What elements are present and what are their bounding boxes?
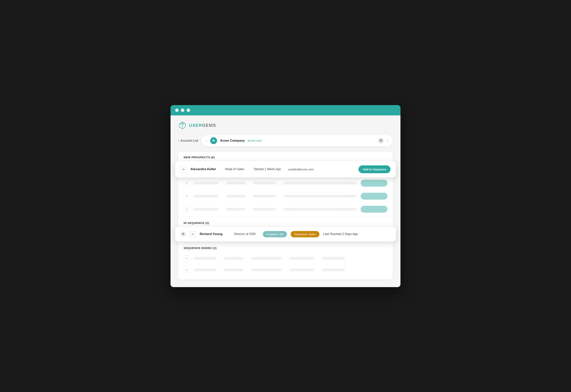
person-name-richard: Richard Young	[200, 232, 230, 236]
blurred-prospect-row-3: in	[178, 203, 393, 216]
blurred-prospect-row-1: in	[178, 177, 393, 190]
section-divider-2	[178, 241, 393, 242]
blurred-ended-row-1: in	[178, 253, 393, 264]
last-touched-richard: Last Touched 2 Days Ago	[323, 232, 358, 236]
sequence-ended-section: SEQUENCE ENDED (2) in in	[178, 242, 393, 280]
nav-next-button[interactable]: ›	[387, 139, 388, 143]
account-url-link[interactable]: acme.com	[248, 139, 262, 142]
new-prospects-section-header: NEW PROSPECTS (6)	[178, 152, 393, 162]
blurred-cta-1	[361, 180, 387, 187]
browser-content: USERGEMS ‹ Account List ‹ A Acme Company…	[171, 115, 400, 287]
browser-window: USERGEMS ‹ Account List ‹ A Acme Company…	[171, 105, 400, 287]
traffic-light-maximize[interactable]	[187, 109, 190, 112]
shield-icon-richard	[180, 231, 186, 237]
logo-area: USERGEMS	[178, 121, 393, 130]
person-email-alexandra: a.keller@acme.com	[288, 168, 355, 171]
logo-user: USER	[189, 123, 202, 128]
person-name-alexandra: Alexandra Keller	[190, 167, 221, 171]
blurred-cta-3	[361, 206, 387, 213]
linkedin-icon-blurred-1: in	[184, 180, 190, 186]
usergems-logo-icon	[178, 121, 187, 130]
browser-titlebar	[171, 105, 400, 115]
nav-prev-button[interactable]: ‹	[206, 139, 207, 143]
account-nav: ‹ A Acme Company acme.com ›	[201, 135, 393, 146]
sequence-ended-section-header: SEQUENCE ENDED (2)	[178, 242, 393, 253]
person-title-richard: Director of SDR	[234, 232, 259, 236]
blurred-prospect-row-2: in	[178, 190, 393, 203]
back-chevron-icon: ‹	[178, 139, 179, 143]
traffic-light-minimize[interactable]	[181, 109, 184, 112]
blurred-ended-row-2: in	[178, 264, 393, 276]
person-timing-alexandra: Started 1 Week Ago	[254, 168, 284, 171]
add-to-sequence-button-alexandra[interactable]: Add to Sequence	[359, 165, 391, 173]
account-name: Acme Company	[220, 139, 245, 143]
sequence-row-richard-young: in Richard Young Director of SDR Progres…	[175, 227, 396, 241]
linkedin-icon-alexandra[interactable]: in	[180, 166, 187, 172]
back-to-account-list[interactable]: ‹ Account List	[178, 139, 198, 143]
traffic-light-close[interactable]	[175, 109, 179, 112]
in-sequence-section-header: IN SEQUENCE (2)	[178, 217, 393, 228]
person-title-alexandra: Head of Sales	[225, 168, 250, 171]
sequence-badge-richard: Sequence: Sales	[291, 231, 319, 237]
main-content-card: NEW PROSPECTS (6) in Alexandra Keller He…	[178, 152, 393, 280]
nav-bar: ‹ Account List ‹ A Acme Company acme.com…	[178, 135, 393, 146]
back-label: Account List	[180, 139, 198, 143]
logo-text: USERGEMS	[189, 123, 216, 128]
progress-badge-richard: Progress: 4/8	[263, 231, 287, 237]
prospect-row-alexandra-keller: in Alexandra Keller Head of Sales Starte…	[175, 161, 396, 177]
linkedin-icon-richard[interactable]: in	[190, 231, 196, 237]
account-avatar: A	[210, 137, 217, 144]
linkedin-icon-ended-2: in	[184, 267, 190, 273]
blurred-cta-2	[361, 193, 387, 200]
linkedin-icon-blurred-3: in	[184, 206, 190, 212]
logo-gems: GEMS	[202, 123, 216, 128]
shield-icon	[378, 138, 384, 144]
linkedin-icon-blurred-2: in	[184, 193, 190, 199]
linkedin-icon-ended-1: in	[184, 255, 190, 262]
section-divider-1	[178, 216, 393, 217]
